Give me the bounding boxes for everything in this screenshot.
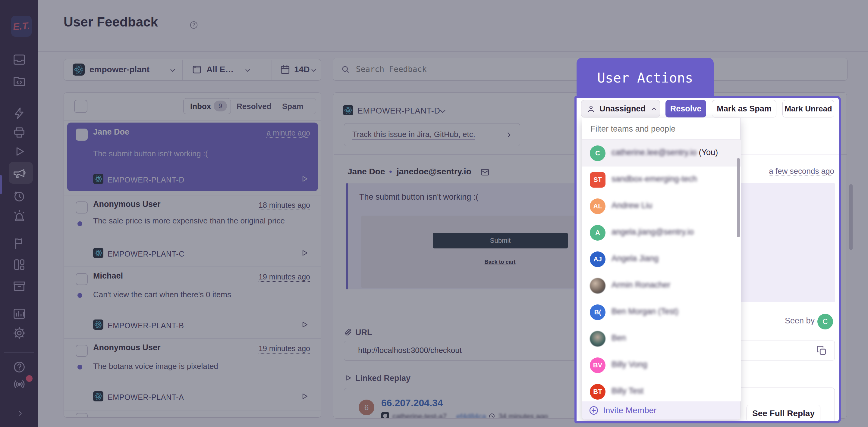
avatar: AJ: [590, 252, 606, 267]
avatar: BT: [590, 384, 606, 400]
user-actions-panel: Unassigned Resolve Mark as Spam Mark Unr…: [575, 96, 841, 423]
mark-unread-button[interactable]: Mark Unread: [782, 100, 834, 118]
assignee-button[interactable]: Unassigned: [581, 100, 660, 118]
invite-member-row[interactable]: Invite Member: [582, 401, 740, 420]
member-name: Billy Test: [612, 386, 644, 396]
avatar: B(: [590, 304, 606, 320]
app-root: E.T. User Feedback empower-plant: [0, 0, 868, 427]
member-name: Ben: [612, 333, 626, 343]
text-caret: [588, 123, 588, 134]
see-full-replay-button[interactable]: See Full Replay: [747, 405, 820, 422]
message-quote-fragment: [741, 183, 835, 302]
assignee-option[interactable]: A angela.jiang@sentry.io: [582, 220, 741, 246]
avatar: ST: [590, 172, 606, 188]
assignee-option[interactable]: AL Andrew Liu: [582, 193, 741, 220]
you-suffix: (You): [699, 148, 718, 157]
assignee-filter-input[interactable]: [590, 122, 733, 136]
assignee-option[interactable]: B( Ben Morgan (Test): [582, 299, 741, 326]
member-name: sandbox-emerging-tech: [612, 174, 697, 184]
assignee-option-you[interactable]: C catherine.lee@sentry.io (You): [582, 140, 741, 167]
mark-as-spam-button[interactable]: Mark as Spam: [712, 100, 776, 118]
copy-icon[interactable]: [816, 345, 827, 356]
seen-by-label: Seen by: [757, 316, 815, 326]
dropdown-scrollbar-thumb[interactable]: [737, 158, 740, 237]
member-name: angela.jiang@sentry.io: [612, 227, 694, 237]
avatar-photo: [590, 331, 606, 347]
member-name: Armin Ronacher: [612, 281, 670, 290]
member-name: Angela Jiang: [612, 254, 658, 263]
member-name: Ben Morgan (Test): [612, 307, 678, 316]
tour-tab-user-actions: User Actions: [577, 58, 714, 98]
resolve-button[interactable]: Resolve: [665, 100, 706, 118]
assignee-dropdown: C catherine.lee@sentry.io (You) ST sandb…: [582, 118, 741, 420]
invite-member-icon: [589, 405, 599, 416]
avatar-photo: [590, 278, 606, 294]
detail-divider-bright: [741, 154, 839, 155]
avatar: BV: [590, 357, 606, 373]
assignee-option[interactable]: BT Billy Test: [582, 379, 741, 401]
seen-by-initial: C: [823, 318, 828, 326]
invite-member-label: Invite Member: [603, 406, 656, 415]
avatar: A: [590, 225, 606, 240]
assignee-button-label: Unassigned: [599, 104, 646, 113]
assignee-option[interactable]: Armin Ronacher: [582, 272, 741, 299]
member-name: Andrew Liu: [612, 201, 652, 210]
feedback-timestamp[interactable]: a few seconds ago: [741, 167, 834, 176]
assignee-option[interactable]: BV Billy Vong: [582, 352, 741, 379]
chevron-up-icon: [650, 105, 658, 112]
member-name: Billy Vong: [612, 360, 647, 369]
seen-by-avatar: C: [817, 314, 833, 329]
person-icon: [587, 104, 595, 113]
member-name: catherine.lee@sentry.io: [612, 148, 696, 157]
avatar: C: [590, 145, 606, 161]
assignee-option-team[interactable]: ST sandbox-emerging-tech: [582, 167, 741, 193]
assignee-option[interactable]: Ben: [582, 326, 741, 352]
tour-tab-label: User Actions: [597, 70, 693, 86]
avatar: AL: [590, 198, 606, 214]
assignee-option[interactable]: AJ Angela Jiang: [582, 246, 741, 273]
url-field-fragment: [741, 340, 835, 360]
